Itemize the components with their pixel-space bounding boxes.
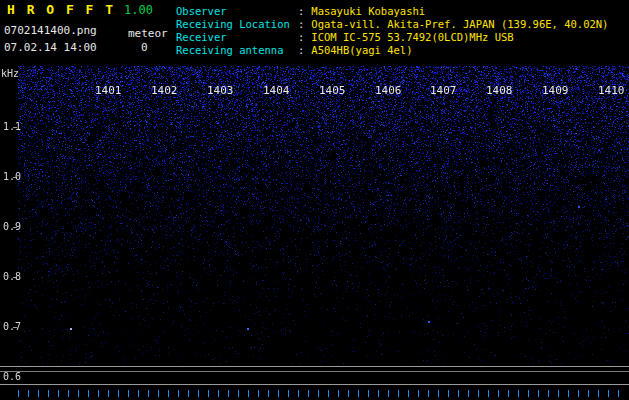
info-value: Masayuki Kobayashi	[311, 5, 425, 17]
echo-count: 0	[141, 41, 148, 54]
time-label: 1401	[95, 84, 122, 97]
meter-border-line	[0, 384, 629, 385]
info-label: Receiver	[176, 31, 298, 44]
time-label: 1410	[598, 84, 625, 97]
time-label: 1404	[263, 84, 290, 97]
info-row-antenna: Receiving antenna:A504HB(yagi 4el)	[176, 44, 608, 57]
hrofft-window: H R O F F T 1.00 0702141400.png meteor 0…	[0, 0, 629, 400]
freq-label: 0.6	[3, 371, 21, 382]
freq-label: 1.0	[3, 171, 21, 182]
time-ruler-ticks	[18, 390, 624, 397]
info-label: Observer	[176, 5, 298, 18]
time-label: 1407	[430, 84, 457, 97]
info-row-receiver: Receiver:ICOM IC-575 53.7492(0LCD)MHz US…	[176, 31, 608, 44]
time-label: 1408	[486, 84, 513, 97]
observation-datetime: 07.02.14 14:00	[4, 41, 97, 54]
freq-label: 0.8	[3, 271, 21, 282]
time-label: 1403	[207, 84, 234, 97]
info-value: A504HB(yagi 4el)	[311, 44, 412, 56]
meter-border-line	[0, 366, 629, 367]
time-label: 1406	[375, 84, 402, 97]
info-row-observer: Observer:Masayuki Kobayashi	[176, 5, 608, 18]
time-label: 1405	[319, 84, 346, 97]
info-label: Receiving antenna	[176, 44, 298, 57]
info-separator: :	[298, 44, 304, 56]
info-separator: :	[298, 5, 304, 17]
freq-axis-unit: kHz	[1, 68, 19, 79]
meter-border-line	[0, 371, 629, 372]
time-label: 1402	[151, 84, 178, 97]
time-label: 1409	[542, 84, 569, 97]
app-title: H R O F F T	[7, 2, 115, 17]
info-separator: :	[298, 18, 304, 30]
info-value: Ogata-vill. Akita-Pref. JAPAN (139.96E, …	[311, 18, 608, 30]
spectrogram-canvas	[18, 66, 629, 365]
station-info: Observer:Masayuki Kobayashi Receiving Lo…	[176, 5, 608, 57]
freq-label: 0.7	[3, 321, 21, 332]
mode-label: meteor	[128, 27, 168, 40]
output-filename: 0702141400.png	[4, 24, 97, 37]
freq-label: 1.1	[3, 121, 21, 132]
info-row-location: Receiving Location:Ogata-vill. Akita-Pre…	[176, 18, 608, 31]
info-separator: :	[298, 31, 304, 43]
freq-label: 0.9	[3, 221, 21, 232]
info-value: ICOM IC-575 53.7492(0LCD)MHz USB	[311, 31, 513, 43]
app-version: 1.00	[124, 3, 153, 17]
info-label: Receiving Location	[176, 18, 298, 31]
